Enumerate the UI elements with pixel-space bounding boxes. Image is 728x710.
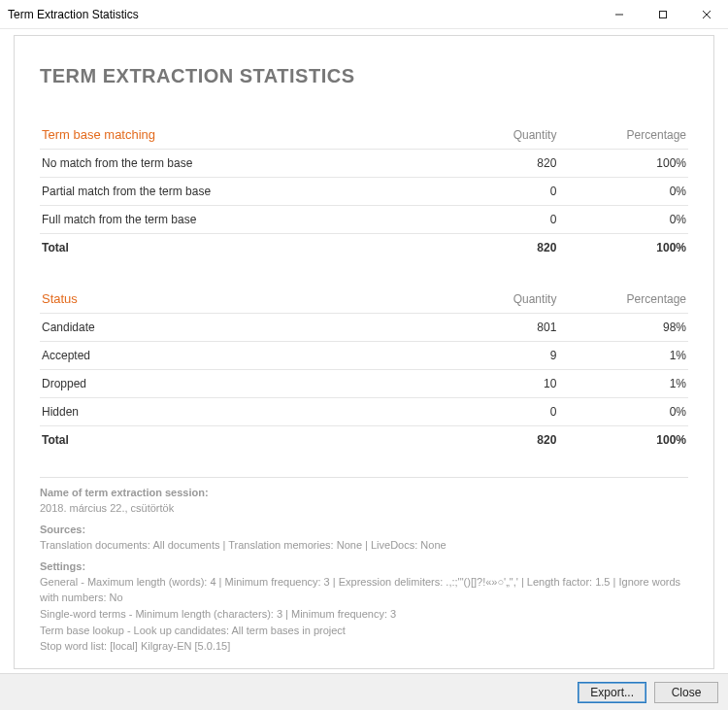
- dialog-footer: Export... Close: [0, 673, 728, 710]
- row-label: Full match from the term base: [40, 206, 429, 234]
- row-qty: 0: [429, 398, 559, 426]
- session-name-label: Name of term extraction session:: [40, 486, 688, 501]
- matching-heading: Term base matching: [40, 120, 429, 150]
- maximize-icon[interactable]: [641, 0, 684, 29]
- row-qty: 10: [429, 370, 559, 398]
- row-qty: 9: [429, 342, 559, 370]
- row-label: Accepted: [40, 342, 429, 370]
- row-pct: 0%: [558, 206, 688, 234]
- settings-label: Settings:: [40, 559, 688, 575]
- col-quantity: Quantity: [429, 285, 559, 314]
- sources-label: Sources:: [40, 523, 688, 538]
- row-qty: 820: [429, 234, 559, 262]
- row-qty: 801: [429, 314, 559, 342]
- term-base-matching-table: Term base matching Quantity Percentage N…: [40, 120, 688, 261]
- report-panel: TERM EXTRACTION STATISTICS Term base mat…: [14, 35, 714, 669]
- table-row: Accepted 9 1%: [40, 342, 688, 370]
- row-label: No match from the term base: [40, 150, 429, 178]
- settings-line: Stop word list: [local] Kilgray-EN [5.0.…: [40, 639, 688, 655]
- table-row: Hidden 0 0%: [40, 398, 688, 426]
- row-pct: 1%: [558, 370, 688, 398]
- settings-line: General - Maximum length (words): 4 | Mi…: [40, 575, 688, 606]
- session-name-value: 2018. március 22., csütörtök: [40, 501, 688, 517]
- table-row: Dropped 10 1%: [40, 370, 688, 398]
- col-quantity: Quantity: [429, 120, 559, 150]
- row-label: Total: [40, 234, 429, 262]
- close-icon[interactable]: [684, 0, 728, 29]
- page-title: TERM EXTRACTION STATISTICS: [40, 65, 688, 87]
- status-heading: Status: [40, 285, 429, 314]
- row-pct: 1%: [558, 342, 688, 370]
- row-label: Total: [40, 426, 429, 455]
- table-row: Partial match from the term base 0 0%: [40, 178, 688, 206]
- table-row: Full match from the term base 0 0%: [40, 206, 688, 234]
- row-label: Candidate: [40, 314, 429, 342]
- row-label: Dropped: [40, 370, 429, 398]
- row-pct: 100%: [558, 234, 688, 262]
- row-pct: 0%: [558, 398, 688, 426]
- row-pct: 100%: [558, 426, 688, 455]
- settings-line: Term base lookup - Look up candidates: A…: [40, 624, 688, 639]
- row-qty: 0: [429, 178, 559, 206]
- row-qty: 820: [429, 150, 559, 178]
- settings-line: Single-word terms - Minimum length (char…: [40, 607, 688, 623]
- close-button[interactable]: Close: [654, 682, 718, 703]
- minimize-icon[interactable]: [597, 0, 641, 29]
- col-percentage: Percentage: [558, 120, 688, 150]
- status-table: Status Quantity Percentage Candidate 801…: [40, 285, 688, 454]
- row-pct: 100%: [558, 150, 688, 178]
- svg-rect-1: [659, 11, 666, 17]
- row-qty: 820: [429, 426, 559, 455]
- titlebar: Term Extraction Statistics: [0, 0, 728, 29]
- table-row: Candidate 801 98%: [40, 314, 688, 342]
- row-label: Hidden: [40, 398, 429, 426]
- export-button[interactable]: Export...: [578, 682, 646, 703]
- col-percentage: Percentage: [558, 285, 688, 314]
- session-metadata: Name of term extraction session: 2018. m…: [40, 486, 688, 655]
- table-row: No match from the term base 820 100%: [40, 150, 688, 178]
- total-row: Total 820 100%: [40, 426, 688, 455]
- total-row: Total 820 100%: [40, 234, 688, 262]
- row-pct: 0%: [558, 178, 688, 206]
- row-label: Partial match from the term base: [40, 178, 429, 206]
- row-qty: 0: [429, 206, 559, 234]
- sources-value: Translation documents: All documents | T…: [40, 538, 688, 554]
- window-title: Term Extraction Statistics: [8, 8, 139, 21]
- row-pct: 98%: [558, 314, 688, 342]
- divider: [40, 477, 688, 478]
